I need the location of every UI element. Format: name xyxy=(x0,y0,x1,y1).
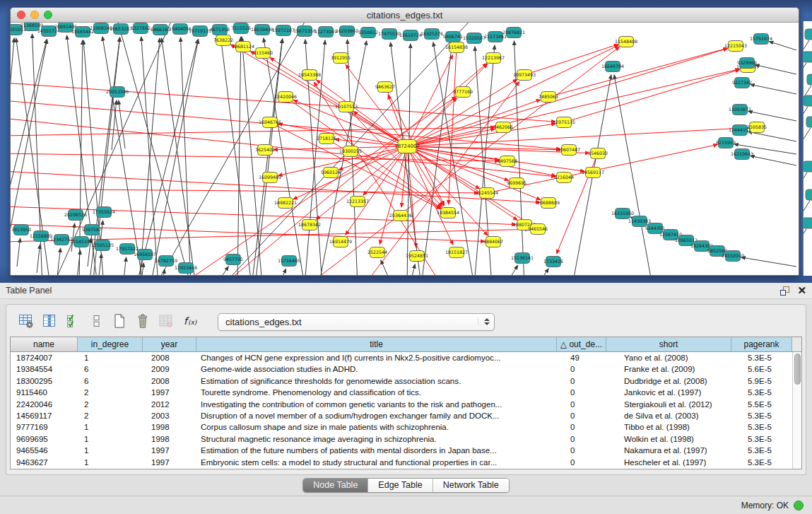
graph-edge xyxy=(151,40,199,275)
table-row[interactable]: 2242004622012Investigating the contribut… xyxy=(11,399,801,410)
cell-out_degree: 0 xyxy=(566,399,616,410)
tab-network-table[interactable]: Network Table xyxy=(433,479,509,492)
table-row[interactable]: 911546021997Tourette syndrome. Phenomeno… xyxy=(11,387,801,398)
graph-node-label: 21368509 xyxy=(20,23,43,28)
table-row[interactable]: 1830029562008Estimation of significance … xyxy=(11,375,801,387)
graph-edge xyxy=(769,42,796,50)
column-header-in_degree[interactable]: in_degree xyxy=(78,337,143,352)
table-row[interactable]: 977716911998Corpus callosum shape and si… xyxy=(11,421,801,433)
graph-node-label: 7625402 xyxy=(255,147,275,152)
table-card: f(x) citations_edges.txt namein_degreeye… xyxy=(6,304,806,475)
graph-node-label: 12156889 xyxy=(30,233,52,238)
node-table: namein_degreeyeartitle△ out_de...shortpa… xyxy=(10,337,802,469)
graph-edge xyxy=(751,84,796,94)
graph-node-label: 17359924 xyxy=(93,209,115,214)
table-row[interactable]: 969969511998Structural magnetic resonanc… xyxy=(11,433,801,445)
table-row[interactable]: 946362711997Embryonic stem cells: a mode… xyxy=(11,457,801,468)
graph-node-label: 12567410 xyxy=(659,232,682,237)
select-column-icon[interactable] xyxy=(42,313,60,330)
table-settings-icon[interactable] xyxy=(18,313,37,330)
merge-cells-icon[interactable] xyxy=(88,313,107,330)
table-row[interactable]: 1872400712008Changes of HCN gene express… xyxy=(11,352,801,363)
graph-edge xyxy=(564,69,740,122)
column-header-year[interactable]: year xyxy=(143,337,196,352)
cell-in_degree: 1 xyxy=(78,457,143,468)
network-window[interactable]: citations_edges.txt 18724007161548381221… xyxy=(10,7,799,276)
graph-node-label: 9457791 xyxy=(223,257,243,262)
graph-edge xyxy=(407,69,739,146)
graph-node-label: 19875358 xyxy=(293,28,316,33)
graph-node-label: 12145190 xyxy=(70,239,93,244)
table-body: 1872400712008Changes of HCN gene express… xyxy=(11,352,801,469)
cell-in_degree: 1 xyxy=(78,445,143,456)
graph-node-label: 3913950 xyxy=(11,227,31,232)
graph-node-label: 6497568 xyxy=(498,158,517,163)
cell-year: 1997 xyxy=(143,387,196,398)
graph-node-label: 2522544 xyxy=(367,250,387,255)
function-builder-icon[interactable]: f(x) xyxy=(182,313,200,330)
graph-node-label: 7515526 xyxy=(231,25,251,30)
row-checks-icon[interactable] xyxy=(65,313,83,330)
table-toolbar-icons: f(x) xyxy=(18,313,205,330)
graph-node xyxy=(804,52,812,62)
window-zoom-button[interactable] xyxy=(44,11,52,19)
graph-node-label: 10965512 xyxy=(675,238,698,243)
new-table-icon[interactable] xyxy=(112,313,130,330)
delete-table-icon xyxy=(158,313,177,330)
table-selector-dropdown[interactable]: citations_edges.txt xyxy=(218,313,495,331)
window-titlebar[interactable]: citations_edges.txt xyxy=(11,8,799,23)
column-header-title[interactable]: title xyxy=(196,337,557,352)
graph-node-label: 12505135 xyxy=(91,243,114,247)
table-row[interactable]: 946554611997Estimation of the future num… xyxy=(11,445,801,456)
cell-name: 22420046 xyxy=(11,399,78,410)
graph-node-label: 9329966 xyxy=(737,60,757,65)
cell-title: Genome-wide association studies in ADHD. xyxy=(196,363,566,375)
tab-node-table[interactable]: Node Table xyxy=(303,479,368,492)
graph-node xyxy=(806,189,812,200)
cell-short: Tibbo et al. (1998) xyxy=(616,421,741,433)
window-close-button[interactable] xyxy=(17,11,25,19)
delete-entry-icon[interactable] xyxy=(135,313,153,330)
column-header-pagerank[interactable]: pagerank xyxy=(731,337,792,352)
graph-edge xyxy=(379,146,407,244)
graph-node xyxy=(807,74,812,85)
window-minimize-button[interactable] xyxy=(30,11,39,19)
graph-node-label: 9699695 xyxy=(507,180,526,185)
table-toolbar: f(x) citations_edges.txt xyxy=(10,310,802,333)
graph-node-label: 10973493 xyxy=(513,72,536,77)
cell-name: 9463627 xyxy=(11,457,78,468)
graph-node-label: 15751074 xyxy=(750,36,772,41)
graph-node-label: 9397587 xyxy=(82,227,102,232)
graph-edge xyxy=(537,269,548,275)
header-scroll-corner xyxy=(792,337,801,352)
cell-year: 2012 xyxy=(143,399,196,410)
network-view[interactable]: 1872400716154838122139671097349374850631… xyxy=(11,23,799,275)
graph-edge xyxy=(242,37,262,275)
tab-edge-table[interactable]: Edge Table xyxy=(368,479,433,492)
table-row[interactable]: 1938455462009Genome-wide association stu… xyxy=(11,363,801,375)
cell-short: Yano et al. (2008) xyxy=(616,352,741,363)
graph-node-label: 9244301 xyxy=(645,226,665,230)
graph-node-label: 9465546 xyxy=(528,226,548,231)
cell-in_degree: 6 xyxy=(78,375,143,387)
graph-node-label: 12610724 xyxy=(399,33,422,37)
graph-node-label: 12213967 xyxy=(482,55,505,60)
graph-node-label: 6216044 xyxy=(554,175,574,180)
network-canvas[interactable]: 1872400716154838122139671097349374850631… xyxy=(11,23,799,275)
cell-name: 19384554 xyxy=(11,363,78,375)
table-scrollbar[interactable] xyxy=(792,352,801,469)
scrollbar-thumb[interactable] xyxy=(794,354,801,385)
table-row[interactable]: 1456911722003Disruption of a novel membe… xyxy=(11,410,801,421)
graph-node-label: 18325376 xyxy=(420,31,443,36)
graph-node-label: 18681124 xyxy=(232,44,254,49)
close-panel-icon[interactable]: ✕ xyxy=(797,285,806,296)
float-panel-icon[interactable] xyxy=(779,285,790,296)
column-header-out_degree[interactable]: △ out_de... xyxy=(557,337,606,352)
column-header-short[interactable]: short xyxy=(606,337,731,352)
cell-title: Investigating the contribution of common… xyxy=(196,399,566,410)
graph-node-label: 16245544 xyxy=(476,190,498,195)
column-header-name[interactable]: name xyxy=(11,337,78,352)
window-title: citations_edges.txt xyxy=(367,10,443,21)
cell-in_degree: 2 xyxy=(78,387,143,398)
cell-title: Tourette syndrome. Phenomenology and cla… xyxy=(196,387,566,398)
